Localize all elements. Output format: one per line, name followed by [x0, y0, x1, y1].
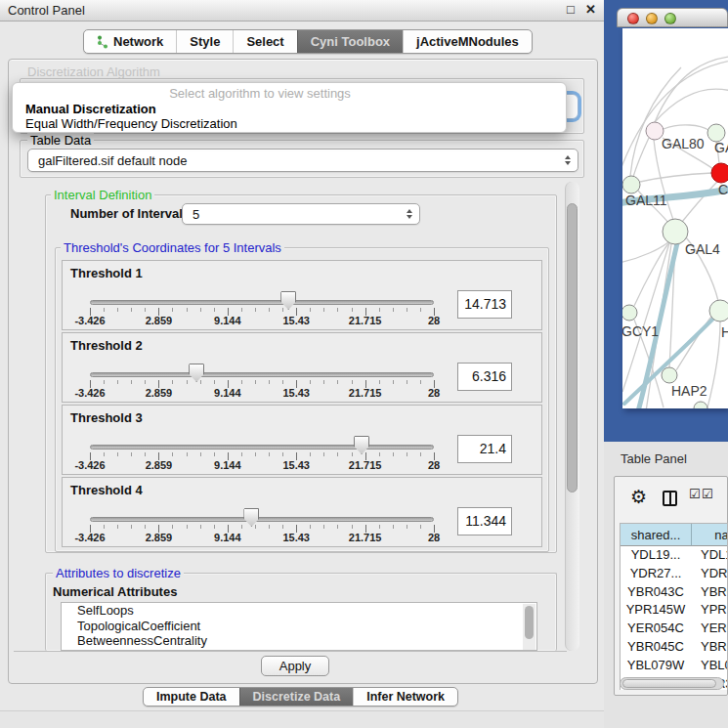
table-row[interactable]: YBR043C YBR0	[621, 583, 728, 602]
tab-infer-network[interactable]: Infer Network	[353, 688, 457, 706]
threshold-slider-track[interactable]	[90, 300, 434, 305]
gear-icon[interactable]: ⚙	[630, 486, 647, 508]
threshold-rows: Threshold 1 -3.4262.8599.14415.4321.7152…	[60, 258, 544, 551]
table-row[interactable]: YPR145W YPR1	[621, 601, 728, 620]
minimize-traffic-light-icon[interactable]	[646, 13, 658, 24]
graph-node-c[interactable]	[711, 163, 728, 183]
tick-label: -3.426	[74, 459, 105, 471]
node-table: shared... name YDL19... YDL1 YDR27... YD…	[620, 523, 728, 690]
tick-label: 15.43	[282, 532, 310, 543]
panel-scrollbar-thumb[interactable]	[567, 203, 578, 492]
table-data-combo[interactable]: galFiltered.sif default node	[27, 149, 578, 172]
network-window-titlebar[interactable]	[617, 8, 728, 27]
cell-shared-name: YBL079W	[621, 657, 692, 675]
tick-label: 21.715	[349, 532, 382, 543]
attribute-list-item[interactable]: TopologicalCoefficient	[62, 619, 536, 634]
graph-node-h[interactable]	[709, 300, 728, 321]
table-panel-title: Table Panel	[621, 451, 687, 466]
graph-node[interactable]	[694, 402, 707, 408]
attribute-list-item[interactable]: SelfLoops	[62, 603, 536, 619]
stepper-arrows-icon	[565, 155, 571, 165]
threshold-coordinates-group-title: Threshold's Coordinates for 5 Intervals	[61, 240, 284, 255]
tick-label: 9.144	[214, 315, 241, 326]
threshold-row: Threshold 3 -3.4262.8599.14415.4321.7152…	[62, 405, 542, 475]
float-window-icon[interactable]: □	[567, 2, 575, 17]
threshold-slider-track[interactable]	[90, 445, 434, 450]
graph-node-label: GAL11	[625, 193, 667, 208]
status-strip	[0, 710, 604, 728]
network-icon	[97, 35, 108, 49]
graph-node-gcy1[interactable]	[622, 305, 637, 321]
table-row[interactable]: YDL19... YDL1	[621, 546, 728, 565]
threshold-value-field[interactable]: 11.344	[457, 507, 512, 535]
network-canvas[interactable]: GAL80GACGAL11GAL4GCY1HHAP2	[622, 28, 728, 408]
cell-shared-name: YDL19...	[621, 546, 692, 565]
apply-button[interactable]: Apply	[261, 656, 329, 676]
attributes-scrollbar-thumb[interactable]	[525, 606, 534, 639]
table-row[interactable]: YDR27... YDR2	[621, 565, 728, 583]
tab-impute-data[interactable]: Impute Data	[144, 688, 239, 706]
threshold-label: Threshold 4	[70, 483, 143, 497]
tab-label: Infer Network	[366, 690, 445, 704]
tab-jactivemnodules[interactable]: jActiveMNodules	[403, 30, 532, 53]
cell-shared-name: YPR145W	[621, 601, 692, 620]
checkbox-icon[interactable]: ☑	[689, 487, 701, 501]
table-row[interactable]: YBL079W YBL0	[621, 657, 728, 675]
table-row[interactable]: YER054C YER0	[621, 620, 728, 638]
graph-node-label: GAL4	[685, 241, 720, 257]
threshold-value-field[interactable]: 21.4	[457, 435, 512, 463]
threshold-row: Threshold 2 -3.4262.8599.14415.4321.7152…	[62, 332, 542, 403]
tick-label: 15.43	[282, 315, 310, 326]
table-row[interactable]: YBR045C YBR0	[621, 638, 728, 657]
attributes-scrollbar-track[interactable]	[523, 604, 535, 651]
tick-label: 9.144	[214, 459, 241, 471]
algorithm-option-equal-width[interactable]: Equal Width/Frequency Discretization	[25, 116, 237, 131]
tick-label: 9.144	[214, 532, 241, 543]
threshold-value-field[interactable]: 14.713	[457, 290, 512, 319]
tick-label: 28	[428, 315, 440, 326]
control-panel-titlebar: Control Panel □ ✕	[0, 0, 604, 21]
column-selector-icon[interactable]	[663, 491, 677, 506]
table-data-combo-value: galFiltered.sif default node	[38, 153, 187, 168]
close-icon[interactable]: ✕	[585, 2, 596, 17]
table-hscrollbar-thumb[interactable]	[622, 679, 716, 688]
column-header-name[interactable]: name	[692, 524, 728, 546]
zoom-traffic-light-icon[interactable]	[664, 13, 676, 24]
threshold-label: Threshold 2	[70, 338, 143, 353]
graph-node-label: H	[721, 324, 728, 340]
table-hscrollbar-track[interactable]	[620, 677, 724, 690]
tab-cyni-toolbox[interactable]: Cyni Toolbox	[297, 30, 403, 53]
algorithm-prompt-item[interactable]: Select algorithm to view settings	[13, 86, 507, 101]
threshold-label: Threshold 3	[70, 410, 143, 425]
close-traffic-light-icon[interactable]	[627, 13, 639, 24]
graph-node-gal11[interactable]	[622, 176, 640, 193]
tab-select[interactable]: Select	[233, 30, 296, 53]
attribute-list-item[interactable]: BetweennessCentrality	[62, 633, 536, 649]
graph-node-hap2[interactable]	[662, 367, 677, 383]
scroll-viewport-divider	[14, 651, 567, 652]
tick-label: 2.859	[146, 459, 173, 471]
cell-shared-name: YDR27...	[621, 565, 692, 583]
tab-bar: NetworkStyleSelectCyni ToolboxjActiveMNo…	[83, 29, 533, 54]
cell-shared-name: YBR043C	[621, 583, 692, 602]
control-panel-title: Control Panel	[8, 3, 85, 18]
tab-label: Style	[190, 34, 220, 49]
tab-network[interactable]: Network	[84, 30, 176, 53]
algorithm-option-manual[interactable]: Manual Discretization	[25, 102, 156, 116]
stepper-arrows-icon	[407, 209, 412, 219]
tick-label: 2.859	[146, 315, 173, 326]
number-of-intervals-combo[interactable]: 5	[182, 203, 420, 225]
checkbox-icon[interactable]: ☑	[702, 487, 713, 501]
threshold-slider-track[interactable]	[90, 517, 434, 522]
bottom-tab-bar: Impute DataDiscretize DataInfer Network	[143, 687, 458, 707]
tick-label: 9.144	[214, 387, 241, 399]
threshold-value-field[interactable]: 6.316	[457, 363, 512, 391]
tick-label: -3.426	[74, 532, 105, 543]
tab-style[interactable]: Style	[176, 30, 233, 53]
threshold-slider-track[interactable]	[90, 372, 434, 377]
column-header-shared-name[interactable]: shared...	[621, 524, 692, 546]
numerical-attributes-list[interactable]: SelfLoopsTopologicalCoefficientBetweenne…	[61, 602, 537, 651]
tab-discretize-data[interactable]: Discretize Data	[239, 688, 354, 706]
cell-shared-name: YBR045C	[621, 638, 692, 657]
graph-node-label: C	[718, 182, 728, 197]
